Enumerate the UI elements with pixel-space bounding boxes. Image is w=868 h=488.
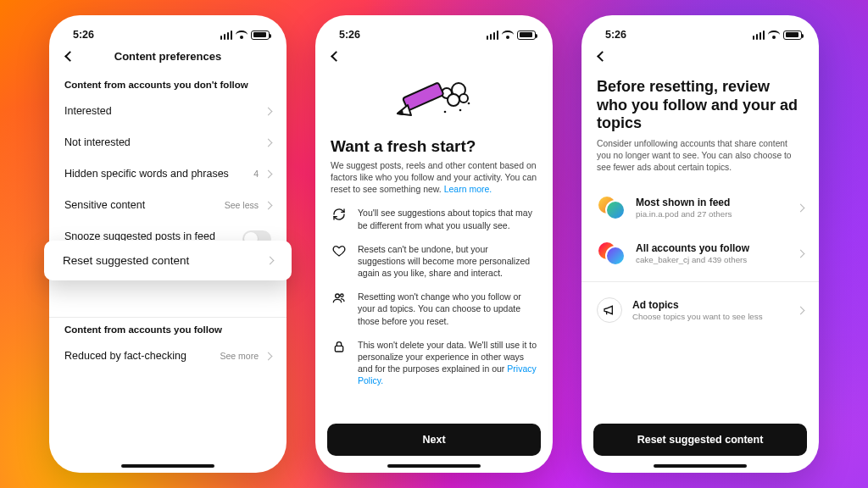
home-indicator xyxy=(654,464,747,468)
info-item-data: This won't delete your data. We'll still… xyxy=(331,339,537,387)
chevron-left-icon xyxy=(331,51,342,62)
row-label: Hidden specific words and phrases xyxy=(64,168,229,180)
row-meta-count: 4 xyxy=(253,169,259,179)
content-area: Before resetting, review who you follow … xyxy=(581,78,819,333)
status-time: 5:26 xyxy=(605,29,626,41)
signal-icon xyxy=(487,30,499,40)
row-subtitle: pia.in.a.pod and 27 others xyxy=(636,209,787,219)
row-title: All accounts you follow xyxy=(636,242,787,254)
info-text: Resets can't be undone, but your suggest… xyxy=(358,243,537,280)
learn-more-link[interactable]: Learn more. xyxy=(444,184,492,194)
pencil-illustration xyxy=(331,73,537,132)
row-label: Reduced by fact-checking xyxy=(64,350,186,362)
section-header-followed: Content from accounts you follow xyxy=(64,324,271,335)
phone-review-before-reset: 5:26 Before resetting, review who you fo… xyxy=(581,15,819,473)
content-area: Content from accounts you don't follow I… xyxy=(49,80,287,371)
row-title: Most shown in feed xyxy=(636,197,787,208)
chevron-left-icon xyxy=(597,51,608,62)
intro-text: We suggest posts, reels and other conten… xyxy=(331,159,537,196)
row-not-interested[interactable]: Not interested xyxy=(64,126,271,158)
section-divider xyxy=(49,317,287,318)
next-button[interactable]: Next xyxy=(327,424,541,456)
svg-point-11 xyxy=(341,294,343,297)
status-indicators xyxy=(220,30,270,40)
svg-rect-12 xyxy=(335,346,342,352)
back-button[interactable] xyxy=(61,47,78,64)
row-reset-suggested-content[interactable]: Reset suggested content xyxy=(44,241,292,280)
row-title: Ad topics xyxy=(632,299,787,311)
wifi-icon xyxy=(236,30,248,39)
status-bar: 5:26 xyxy=(581,24,819,44)
wifi-icon xyxy=(502,30,514,39)
wifi-icon xyxy=(768,30,780,39)
row-most-shown[interactable]: Most shown in feed pia.in.a.pod and 27 o… xyxy=(597,185,804,230)
svg-point-2 xyxy=(448,94,459,106)
content-area: Want a fresh start? We suggest posts, re… xyxy=(315,73,553,386)
button-label: Next xyxy=(422,434,445,446)
info-item-follow: Resetting won't change who you follow or… xyxy=(331,291,537,327)
chevron-right-icon xyxy=(264,169,273,178)
row-meta-text: See less xyxy=(225,200,259,210)
svg-point-8 xyxy=(459,109,462,112)
row-subtitle: cake_baker_cj and 439 others xyxy=(636,255,787,264)
heart-icon xyxy=(331,243,348,280)
svg-point-9 xyxy=(468,103,470,105)
heading: Before resetting, review who you follow … xyxy=(597,78,804,133)
nav-bar: Content preferences xyxy=(49,44,287,73)
button-bar: Next xyxy=(327,424,541,456)
home-indicator xyxy=(387,464,481,468)
megaphone-icon xyxy=(597,297,622,323)
chevron-right-icon xyxy=(264,201,273,209)
row-all-follow[interactable]: All accounts you follow cake_baker_cj an… xyxy=(597,230,804,276)
row-label: Reset suggested content xyxy=(63,254,189,267)
chevron-right-icon xyxy=(797,307,805,315)
avatar-stack xyxy=(597,195,626,220)
info-list: You'll see suggestions about topics that… xyxy=(331,207,537,386)
row-interested[interactable]: Interested xyxy=(64,95,271,126)
battery-icon xyxy=(251,30,270,40)
status-indicators xyxy=(753,30,803,40)
info-item-topics: You'll see suggestions about topics that… xyxy=(331,207,537,230)
back-button[interactable] xyxy=(327,47,344,64)
info-text: You'll see suggestions about topics that… xyxy=(358,207,537,230)
reset-button[interactable]: Reset suggested content xyxy=(593,424,807,456)
svg-point-3 xyxy=(459,94,468,103)
svg-point-10 xyxy=(336,294,340,298)
row-subtitle: Choose topics you want to see less xyxy=(632,312,787,321)
info-text: This won't delete your data. We'll still… xyxy=(358,339,537,387)
button-bar: Reset suggested content xyxy=(593,424,807,456)
section-header-unfollowed: Content from accounts you don't follow xyxy=(64,80,271,90)
chevron-right-icon xyxy=(264,352,273,360)
intro-body: We suggest posts, reels and other conten… xyxy=(331,160,537,194)
heading: Want a fresh start? xyxy=(331,137,537,156)
battery-icon xyxy=(517,30,536,40)
signal-icon xyxy=(220,30,233,40)
svg-marker-6 xyxy=(398,110,403,114)
back-button[interactable] xyxy=(593,47,610,64)
section-divider xyxy=(581,281,819,282)
status-bar: 5:26 xyxy=(49,24,287,44)
row-sensitive-content[interactable]: Sensitive content See less xyxy=(64,189,271,220)
row-label: Sensitive content xyxy=(64,199,145,211)
phone-fresh-start: 5:26 xyxy=(315,15,553,473)
lock-icon xyxy=(331,339,348,387)
row-fact-checking[interactable]: Reduced by fact-checking See more xyxy=(64,340,271,371)
status-time: 5:26 xyxy=(339,29,360,41)
avatar xyxy=(605,246,626,266)
battery-icon xyxy=(783,30,802,40)
button-label: Reset suggested content xyxy=(637,434,764,446)
row-hidden-words[interactable]: Hidden specific words and phrases 4 xyxy=(64,158,271,189)
info-item-undo: Resets can't be undone, but your suggest… xyxy=(331,243,537,280)
row-meta-text: See more xyxy=(220,351,259,361)
nav-bar xyxy=(315,44,553,73)
row-label: Not interested xyxy=(64,136,131,148)
refresh-icon xyxy=(331,207,348,230)
chevron-right-icon xyxy=(266,257,275,265)
subheading: Consider unfollowing accounts that share… xyxy=(597,138,804,174)
nav-bar xyxy=(581,44,819,73)
status-time: 5:26 xyxy=(73,29,94,41)
row-ad-topics[interactable]: Ad topics Choose topics you want to see … xyxy=(597,287,804,333)
status-bar: 5:26 xyxy=(315,24,553,44)
chevron-left-icon xyxy=(64,51,75,62)
row-label: Interested xyxy=(64,105,112,117)
